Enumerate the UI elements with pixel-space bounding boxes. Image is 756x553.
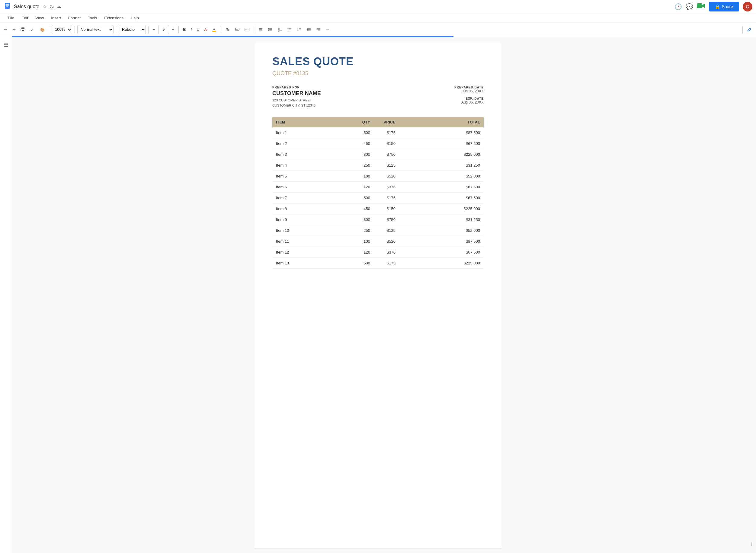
cell-price: $520 xyxy=(374,171,399,182)
menu-extensions[interactable]: Extensions xyxy=(101,14,127,21)
decrease-font-button[interactable]: − xyxy=(151,26,157,33)
paint-format-button[interactable]: 🎨 xyxy=(38,26,47,33)
info-right: PREPARED DATE Jun 06, 20XX EXP. DATE Aug… xyxy=(454,86,484,108)
more-options-button[interactable]: ··· xyxy=(324,26,331,33)
underline-button[interactable]: U xyxy=(195,26,201,33)
doc-area: SALES QUOTE QUOTE #0135 PREPARED FOR CUS… xyxy=(0,37,756,553)
cell-total: $87,500 xyxy=(456,182,484,192)
svg-rect-1 xyxy=(6,4,9,5)
table-header: ITEM QTY PRICE TOTAL xyxy=(272,117,484,128)
header-qty: QTY xyxy=(353,117,374,128)
doc-title[interactable]: Sales quote xyxy=(14,4,40,9)
exp-date-label: EXP. DATE xyxy=(454,97,484,100)
table-row: Item 8 450 $150 $225,000 xyxy=(272,204,484,214)
cell-item: Item 10 xyxy=(272,225,353,236)
toolbar: ↩ ↪ ✓ 🎨 100% 75% 125% Normal text Headin… xyxy=(0,23,756,36)
divider-4 xyxy=(148,26,149,33)
cell-qty: 120 xyxy=(353,182,374,192)
scroll-indicator[interactable]: ↕ xyxy=(750,541,753,547)
cell-item: Item 6 xyxy=(272,182,353,192)
line-spacing-button[interactable] xyxy=(266,26,275,33)
menu-edit[interactable]: Edit xyxy=(18,14,31,21)
menu-insert[interactable]: Insert xyxy=(48,14,64,21)
cell-qty: 250 xyxy=(353,225,374,236)
cell-item: Item 12 xyxy=(272,247,353,258)
divider-2 xyxy=(75,26,75,33)
cell-total: $67,500 xyxy=(456,247,484,258)
menu-help[interactable]: Help xyxy=(128,14,142,21)
sidebar-outline-icon[interactable]: ☰ xyxy=(1,39,11,51)
image-toolbar-button[interactable] xyxy=(243,26,251,33)
increase-font-button[interactable]: + xyxy=(170,26,176,33)
menu-format[interactable]: Format xyxy=(65,14,84,21)
svg-rect-0 xyxy=(5,3,10,9)
cell-total: $67,500 xyxy=(456,192,484,204)
font-family-select[interactable]: Roboto Arial Times New Roman xyxy=(119,25,146,34)
cell-item: Item 9 xyxy=(272,214,353,225)
cell-item: Item 7 xyxy=(272,192,353,204)
print-button[interactable] xyxy=(19,26,27,33)
zoom-select[interactable]: 100% 75% 125% xyxy=(52,25,72,34)
prepared-for-label: PREPARED FOR xyxy=(272,86,321,89)
menu-view[interactable]: View xyxy=(32,14,47,21)
share-button[interactable]: 🔒 Share xyxy=(709,2,739,11)
menu-file[interactable]: File xyxy=(5,14,17,21)
italic-button[interactable]: I xyxy=(189,26,194,33)
doc-page: SALES QUOTE QUOTE #0135 PREPARED FOR CUS… xyxy=(254,43,502,548)
comment-icon[interactable]: 💬 xyxy=(686,3,693,10)
menu-tools[interactable]: Tools xyxy=(85,14,100,21)
cell-qty: 100 xyxy=(353,171,374,182)
table-body: Item 1 500 $175 $87,500 Item 2 450 $150 … xyxy=(272,128,484,269)
cell-qty: 120 xyxy=(353,247,374,258)
cell-total: $67,500 xyxy=(456,138,484,149)
pen-mode-button[interactable] xyxy=(745,26,754,33)
cell-total: $225,000 xyxy=(456,204,484,214)
divider-7 xyxy=(253,26,254,33)
header-total: TOTAL xyxy=(456,117,484,128)
cloud-icon[interactable]: ☁ xyxy=(57,4,61,9)
avatar[interactable]: G xyxy=(743,2,752,11)
indent-increase-button[interactable] xyxy=(314,26,323,33)
cell-desc xyxy=(399,182,456,192)
divider-3 xyxy=(116,26,116,33)
spell-check-button[interactable]: ✓ xyxy=(28,26,37,33)
checklist-button[interactable] xyxy=(276,26,284,33)
bullet-list-button[interactable] xyxy=(285,26,294,33)
table-row: Item 5 100 $520 $52,000 xyxy=(272,171,484,182)
cell-qty: 250 xyxy=(353,160,374,171)
highlight-button[interactable] xyxy=(210,26,218,33)
table-row: Item 4 250 $125 $31,250 xyxy=(272,160,484,171)
cell-desc xyxy=(399,192,456,204)
cell-item: Item 5 xyxy=(272,171,353,182)
numbered-list-button[interactable]: 1.2. xyxy=(295,26,303,33)
comment-toolbar-button[interactable] xyxy=(233,26,241,33)
undo-button[interactable]: ↩ xyxy=(2,26,9,33)
font-color-button[interactable]: A xyxy=(203,26,209,33)
star-icon[interactable]: ☆ xyxy=(43,4,47,9)
cell-total: $87,500 xyxy=(456,128,484,138)
cell-item: Item 1 xyxy=(272,128,353,138)
link-button[interactable] xyxy=(223,26,232,33)
indent-decrease-button[interactable] xyxy=(305,26,313,33)
cell-qty: 500 xyxy=(353,128,374,138)
cell-item: Item 11 xyxy=(272,236,353,247)
svg-rect-12 xyxy=(212,31,216,32)
cell-desc xyxy=(399,138,456,149)
cell-desc xyxy=(399,258,456,269)
cell-item: Item 13 xyxy=(272,258,353,269)
font-size-input[interactable] xyxy=(158,25,169,34)
folder-icon[interactable]: 🗂 xyxy=(49,4,54,9)
cell-total: $52,000 xyxy=(456,171,484,182)
divider-5 xyxy=(178,26,179,33)
history-icon[interactable]: 🕐 xyxy=(675,3,682,10)
cell-price: $150 xyxy=(374,204,399,214)
title-icons: ☆ 🗂 ☁ xyxy=(43,4,61,9)
table-row: Item 11 100 $520 $87,500 xyxy=(272,236,484,247)
bold-button[interactable]: B xyxy=(181,26,187,33)
align-button[interactable] xyxy=(256,26,265,33)
paragraph-style-select[interactable]: Normal text Heading 1 Heading 2 xyxy=(77,25,114,34)
redo-button[interactable]: ↪ xyxy=(11,26,17,33)
svg-rect-25 xyxy=(278,28,279,29)
meet-icon[interactable] xyxy=(697,3,705,10)
customer-address: 123 CUSTOMER STREET CUSTOMER CITY, ST 12… xyxy=(272,98,321,108)
